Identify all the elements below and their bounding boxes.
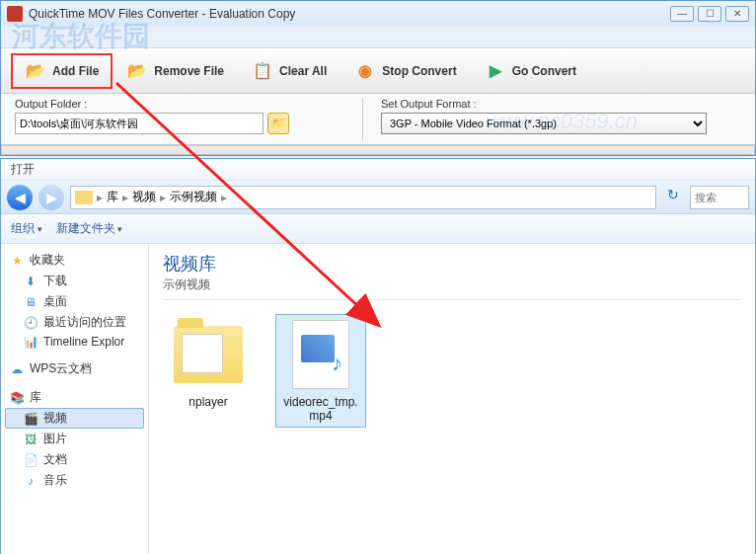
chevron-icon: ▸ (97, 191, 103, 204)
sidebar-pictures[interactable]: 🖼 图片 (5, 429, 144, 449)
breadcrumb[interactable]: ▸ 库 ▸ 视频 ▸ 示例视频 ▸ (70, 186, 656, 209)
recent-icon: 🕘 (23, 316, 38, 330)
remove-file-button[interactable]: 📂 Remove File (113, 53, 238, 89)
document-icon: 📄 (23, 453, 38, 467)
folder-icon (75, 191, 93, 204)
file-label: nplayer (167, 395, 250, 409)
sidebar-desktop[interactable]: 🖥 桌面 (5, 291, 144, 312)
browse-folder-button[interactable]: 📁 (267, 113, 289, 134)
stop-convert-button[interactable]: ◉ Stop Convert (340, 53, 470, 89)
library-icon: 📚 (9, 391, 25, 405)
breadcrumb-sample[interactable]: 示例视频 (170, 189, 217, 205)
chevron-icon: ▸ (221, 191, 227, 204)
clear-all-label: Clear All (279, 64, 327, 78)
refresh-button[interactable]: ↻ (662, 187, 684, 208)
dialog-sidebar: ★ 收藏夹 ⬇ 下载 🖥 桌面 🕘 最近访问的位置 📊 Timelin (1, 244, 149, 554)
window-title: QuickTime MOV Files Converter - Evaluati… (29, 7, 670, 21)
go-convert-button[interactable]: ▶ Go Convert (471, 53, 590, 89)
file-folder-nplayer[interactable]: nplayer (163, 314, 254, 428)
file-video-selected[interactable]: ♪ videorec_tmp.mp4 (275, 314, 366, 428)
converter-window: QuickTime MOV Files Converter - Evaluati… (0, 0, 756, 156)
organize-menu[interactable]: 组织 (11, 220, 42, 237)
nav-forward-button[interactable]: ▶ (38, 185, 64, 210)
download-icon: ⬇ (23, 275, 38, 288)
sidebar-libraries[interactable]: 📚 库 (5, 387, 144, 408)
go-convert-label: Go Convert (512, 64, 576, 78)
sidebar-recent[interactable]: 🕘 最近访问的位置 (5, 312, 144, 333)
list-scroll[interactable] (1, 145, 755, 155)
stop-icon: ◉ (354, 60, 376, 82)
video-icon: 🎬 (23, 412, 38, 426)
folder-icon (174, 326, 243, 383)
breadcrumb-videos[interactable]: 视频 (132, 189, 156, 205)
titlebar: QuickTime MOV Files Converter - Evaluati… (1, 1, 755, 27)
library-header: 视频库 (163, 252, 741, 276)
new-folder-button[interactable]: 新建文件夹 (56, 220, 123, 237)
dialog-nav: ◀ ▶ ▸ 库 ▸ 视频 ▸ 示例视频 ▸ ↻ (1, 181, 755, 214)
video-file-icon: ♪ (292, 320, 349, 389)
breadcrumb-lib[interactable]: 库 (107, 189, 118, 205)
remove-file-label: Remove File (154, 64, 224, 78)
chevron-icon: ▸ (122, 191, 128, 204)
search-input[interactable] (690, 186, 749, 209)
dialog-toolbar: 组织 新建文件夹 (1, 214, 755, 244)
output-format-select[interactable]: 3GP - Mobile Video Format (*.3gp) (381, 113, 707, 134)
sidebar-downloads[interactable]: ⬇ 下载 (5, 271, 144, 291)
sidebar-documents[interactable]: 📄 文档 (5, 449, 144, 470)
main-toolbar: 📂 Add File 📂 Remove File 📋 Clear All ◉ S… (1, 48, 755, 94)
music-icon: ♪ (23, 474, 38, 488)
library-subheader: 示例视频 (163, 277, 741, 300)
clear-all-icon: 📋 (252, 60, 273, 82)
sidebar-wps[interactable]: ☁ WPS云文档 (5, 358, 144, 379)
sidebar-favorites[interactable]: ★ 收藏夹 (5, 250, 144, 271)
file-label: videorec_tmp.mp4 (279, 395, 362, 424)
stop-convert-label: Stop Convert (382, 64, 456, 78)
menubar: . (1, 27, 755, 48)
desktop-icon: 🖥 (23, 295, 38, 309)
chevron-icon: ▸ (160, 191, 166, 204)
timeline-icon: 📊 (23, 335, 38, 349)
add-file-button[interactable]: 📂 Add File (11, 53, 113, 89)
sidebar-music[interactable]: ♪ 音乐 (5, 470, 144, 491)
output-format-label: Set Output Format : (381, 98, 741, 110)
cloud-icon: ☁ (9, 362, 25, 376)
app-icon (7, 6, 23, 22)
add-file-label: Add File (52, 64, 99, 78)
remove-file-icon: 📂 (126, 60, 148, 82)
options-bar: Output Folder : 📁 Set Output Format : 3G… (1, 94, 755, 145)
close-button[interactable]: ✕ (725, 6, 749, 22)
clear-all-button[interactable]: 📋 Clear All (238, 53, 340, 89)
nav-back-button[interactable]: ◀ (7, 185, 33, 210)
star-icon: ★ (9, 254, 25, 268)
maximize-button[interactable]: ☐ (698, 6, 721, 22)
output-folder-input[interactable] (15, 113, 264, 134)
sidebar-videos[interactable]: 🎬 视频 (5, 408, 144, 429)
dialog-title: 打开 (1, 159, 755, 181)
add-file-icon: 📂 (25, 60, 46, 82)
minimize-button[interactable]: — (670, 6, 694, 22)
go-icon: ▶ (485, 60, 506, 82)
file-open-dialog: 打开 ◀ ▶ ▸ 库 ▸ 视频 ▸ 示例视频 ▸ ↻ 组织 新建文件夹 ★ 收藏… (0, 158, 756, 554)
output-folder-label: Output Folder : (15, 98, 350, 110)
file-list-pane: 视频库 示例视频 nplayer ♪ videorec_tmp.mp4 (149, 244, 755, 554)
sidebar-timeline[interactable]: 📊 Timeline Explor (5, 333, 144, 351)
picture-icon: 🖼 (23, 433, 38, 446)
